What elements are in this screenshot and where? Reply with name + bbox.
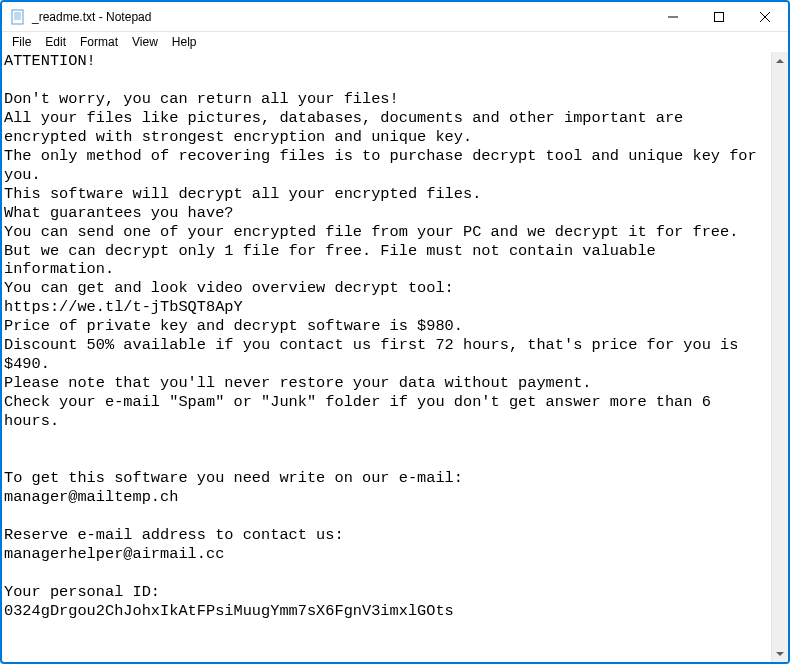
window-controls [650, 2, 788, 31]
text-editor[interactable]: ATTENTION! Don't worry, you can return a… [2, 52, 771, 662]
menu-edit[interactable]: Edit [39, 34, 72, 50]
scroll-track[interactable] [772, 69, 788, 645]
svg-marker-10 [776, 652, 784, 656]
minimize-button[interactable] [650, 2, 696, 31]
title-bar-left: _readme.txt - Notepad [2, 9, 151, 25]
content-area: ATTENTION! Don't worry, you can return a… [2, 52, 788, 662]
menu-bar: File Edit Format View Help [2, 32, 788, 52]
svg-marker-9 [776, 59, 784, 63]
vertical-scrollbar[interactable] [771, 52, 788, 662]
notepad-icon [10, 9, 26, 25]
maximize-button[interactable] [696, 2, 742, 31]
menu-file[interactable]: File [6, 34, 37, 50]
window-title: _readme.txt - Notepad [32, 10, 151, 24]
title-bar: _readme.txt - Notepad [2, 2, 788, 32]
menu-format[interactable]: Format [74, 34, 124, 50]
scroll-down-button[interactable] [772, 645, 788, 662]
svg-rect-6 [715, 12, 724, 21]
scroll-up-button[interactable] [772, 52, 788, 69]
close-button[interactable] [742, 2, 788, 31]
menu-view[interactable]: View [126, 34, 164, 50]
menu-help[interactable]: Help [166, 34, 203, 50]
